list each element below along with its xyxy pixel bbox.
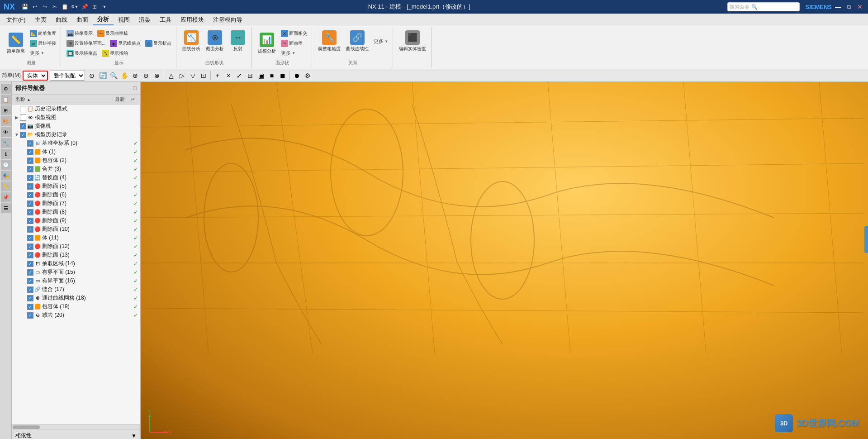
tree-checkbox[interactable]: ✓ bbox=[27, 304, 33, 310]
view-icon[interactable]: ▷ bbox=[177, 71, 187, 81]
remove-icon[interactable]: × bbox=[223, 71, 233, 81]
tree-item-camera[interactable]: ✓📷摄像机 bbox=[12, 122, 140, 130]
tree-checkbox[interactable]: ✓ bbox=[27, 286, 33, 293]
tree-item-solid1[interactable]: ✓🟧体 (1)✓ bbox=[12, 148, 140, 156]
show-mirror-button[interactable]: 🔲 显示镜像点 bbox=[65, 49, 99, 58]
tree-item-bounded-plane2[interactable]: ✓▭有界平面 (16)✓ bbox=[12, 277, 140, 285]
tree-checkbox[interactable]: ✓ bbox=[27, 235, 33, 241]
tree-item-subtract1[interactable]: ✓⊖减去 (20)✓ bbox=[12, 311, 140, 320]
render-icon[interactable]: ◼ bbox=[278, 71, 288, 81]
menu-surface[interactable]: 曲面 bbox=[72, 15, 93, 25]
record-icon[interactable]: ⏺ bbox=[292, 71, 302, 81]
sidebar-layers-icon[interactable]: ⊞ bbox=[1, 105, 11, 115]
rotate-icon[interactable]: 🔄 bbox=[98, 71, 108, 81]
sidebar-palette-icon[interactable]: 🎭 bbox=[1, 171, 11, 181]
shaded-icon[interactable]: ■ bbox=[267, 71, 277, 81]
sidebar-color-icon[interactable]: 🎨 bbox=[1, 116, 11, 126]
sidebar-snap-icon[interactable]: 📌 bbox=[1, 192, 11, 202]
3d-viewport[interactable]: X Y 3D 3D世界网.COM bbox=[141, 82, 868, 439]
tree-item-delete-face2[interactable]: ✓🔴删除面 (6)✓ bbox=[12, 191, 140, 199]
pan-icon[interactable]: ✋ bbox=[119, 71, 129, 81]
tree-item-hull1[interactable]: ✓🟧包容体 (2)✓ bbox=[12, 156, 140, 165]
face-curvature-button[interactable]: 〜 面曲率 bbox=[279, 39, 309, 48]
show-droop-button[interactable]: 〽 显示招的 bbox=[100, 49, 130, 58]
draft-analysis-button[interactable]: 📊 拔模分析 bbox=[256, 31, 278, 56]
tree-checkbox[interactable]: ✓ bbox=[27, 312, 33, 319]
sidebar-settings-icon[interactable]: ⚙ bbox=[1, 84, 11, 94]
show-poles-button[interactable]: ◆ 显示峰值点 bbox=[108, 39, 142, 48]
more-relation-button[interactable]: 更多 ▼ bbox=[372, 37, 390, 46]
invert-icon[interactable]: ⊗ bbox=[152, 71, 162, 81]
tree-item-delete-face1[interactable]: ✓🔴删除面 (5)✓ bbox=[12, 182, 140, 191]
qa-custom[interactable]: ⚙▼ bbox=[70, 2, 79, 11]
section-icon[interactable]: ⊟ bbox=[245, 71, 255, 81]
tree-checkbox[interactable]: ✓ bbox=[27, 149, 33, 155]
tree-checkbox[interactable]: ✓ bbox=[27, 140, 33, 147]
tree-item-merge1[interactable]: ✓🟩合并 (3)✓ bbox=[12, 165, 140, 173]
tree-item-model-history[interactable]: ▼✓📂模型历史记录 bbox=[12, 130, 140, 139]
column-name[interactable]: 名称 ▲ bbox=[12, 96, 109, 103]
tree-checkbox[interactable]: ✓ bbox=[27, 209, 33, 215]
reflect-button[interactable]: ↔ 反射 bbox=[227, 29, 249, 53]
show-rate-mark-button[interactable]: 〰 显示曲率梳 bbox=[95, 29, 130, 38]
qa-undo[interactable]: ↩ bbox=[30, 2, 39, 11]
sidebar-tools-icon[interactable]: 🔧 bbox=[1, 138, 11, 148]
sidebar-measure-icon[interactable]: 📏 bbox=[1, 181, 11, 191]
deselect-icon[interactable]: ⊖ bbox=[141, 71, 151, 81]
more-measure-button[interactable]: 更多 ▼ bbox=[28, 49, 58, 57]
tree-item-solid2[interactable]: ✓🟧体 (11)✓ bbox=[12, 234, 140, 242]
qa-window[interactable]: ⊞ bbox=[90, 2, 99, 11]
settings-icon[interactable]: ⚙ bbox=[303, 71, 313, 81]
qa-redo[interactable]: ↪ bbox=[40, 2, 49, 11]
curve-analysis-button[interactable]: 📉 曲线分析 bbox=[180, 29, 203, 53]
grid-icon[interactable]: ⊡ bbox=[199, 71, 209, 81]
tree-item-history-mode[interactable]: 📋历史记录模式 bbox=[12, 105, 140, 113]
set-cam-plane-button[interactable]: ⊞ 设置镜像平面... bbox=[65, 39, 107, 48]
right-scrollbar[interactable] bbox=[864, 226, 868, 253]
tree-item-replace1[interactable]: ✓🔄替换面 (4)✓ bbox=[12, 173, 140, 182]
tree-checkbox[interactable]: ✓ bbox=[27, 252, 33, 258]
simple-distance-button[interactable]: 📏 简单距离 bbox=[5, 31, 27, 56]
tree-checkbox[interactable]: ✓ bbox=[20, 132, 26, 138]
tree-checkbox[interactable]: ✓ bbox=[27, 218, 33, 224]
triad-icon[interactable]: △ bbox=[166, 71, 176, 81]
wireframe-icon[interactable]: ▣ bbox=[256, 71, 266, 81]
adjust-roughness-button[interactable]: 🔧 调整粗糙度 bbox=[316, 29, 343, 53]
tree-checkbox[interactable] bbox=[20, 115, 26, 121]
menu-tools[interactable]: 工具 bbox=[155, 15, 176, 25]
filter-type-select[interactable]: 实体 bbox=[23, 71, 48, 81]
select-all-icon[interactable]: ⊕ bbox=[130, 71, 140, 81]
tree-item-datum[interactable]: ✓⊞基准坐标系 (0)✓ bbox=[12, 139, 140, 148]
tree-item-extract-region[interactable]: ✓⊡抽取区域 (14)✓ bbox=[12, 259, 140, 268]
qa-cut[interactable]: ✂ bbox=[50, 2, 59, 11]
tree-checkbox[interactable]: ✓ bbox=[27, 278, 33, 284]
qa-snap[interactable]: 📌 bbox=[80, 2, 89, 11]
cam-display-button[interactable]: 📷 镜像显示 bbox=[65, 29, 95, 38]
sidebar-history-icon[interactable]: 📋 bbox=[1, 95, 11, 105]
qa-save[interactable]: 💾 bbox=[20, 2, 29, 11]
filter-scope-select[interactable]: 整个装配 bbox=[50, 71, 85, 81]
tree-checkbox[interactable] bbox=[20, 106, 26, 112]
menu-curve[interactable]: 曲线 bbox=[51, 15, 72, 25]
tree-checkbox[interactable]: ✓ bbox=[27, 175, 33, 181]
tree-checkbox[interactable]: ✓ bbox=[27, 166, 33, 172]
tree-checkbox[interactable]: ✓ bbox=[27, 269, 33, 276]
tree-item-model-view[interactable]: ▶👁模型视图 bbox=[12, 113, 140, 122]
footer-expand-icon[interactable]: ▼ bbox=[131, 433, 137, 439]
tree-item-delete-face7[interactable]: ✓🔴删除面 (12)✓ bbox=[12, 242, 140, 251]
tree-item-delete-face8[interactable]: ✓🔴删除面 (13)✓ bbox=[12, 251, 140, 259]
minimize-button[interactable]: — bbox=[834, 2, 843, 11]
menu-home[interactable]: 主页 bbox=[30, 15, 51, 25]
tree-item-sew1[interactable]: ✓🔗缝合 (17)✓ bbox=[12, 285, 140, 294]
more-face-button[interactable]: 更多 ▼ bbox=[279, 49, 309, 57]
tree-checkbox[interactable]: ✓ bbox=[27, 183, 33, 190]
sidebar-display-icon[interactable]: 👁 bbox=[1, 127, 11, 137]
min-radius-button[interactable]: ⌀ 最短半径 bbox=[28, 39, 58, 48]
tree-checkbox[interactable]: ✓ bbox=[27, 157, 33, 164]
menu-analysis[interactable]: 分析 bbox=[93, 14, 114, 25]
qa-more[interactable]: ▼ bbox=[100, 2, 109, 11]
tree-checkbox[interactable]: ✓ bbox=[27, 243, 33, 250]
tree-item-delete-face4[interactable]: ✓🔴删除面 (8)✓ bbox=[12, 208, 140, 216]
restore-button[interactable]: ⧉ bbox=[844, 2, 854, 11]
menu-file[interactable]: 文件(F) bbox=[2, 15, 30, 25]
